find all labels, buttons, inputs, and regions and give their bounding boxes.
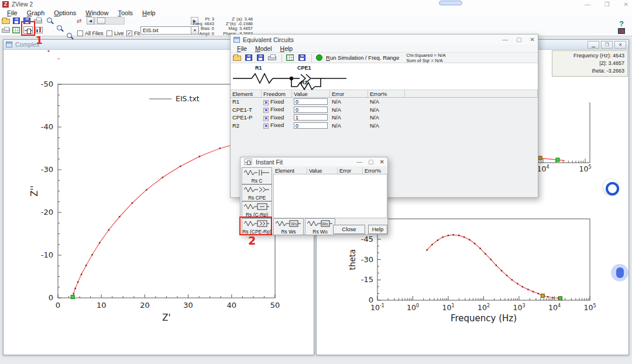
svg-text:0: 0 — [56, 301, 60, 310]
graph-setup-icon[interactable] — [35, 26, 44, 34]
freedom-cell[interactable]: ✕Fixed — [262, 98, 292, 105]
ec-table-header: Element Freedom Value Error Error% — [231, 90, 538, 98]
value-input[interactable]: 0 — [294, 98, 328, 105]
main-titlebar: Z ZView 2 — [0, 0, 632, 9]
ec-maximize-button[interactable]: ▢ — [516, 36, 521, 43]
model-button-rs-c-rp[interactable]: Rs (C-Rp) — [242, 201, 272, 218]
model-button-rs-c[interactable]: Rs C — [242, 167, 272, 184]
model-button-rs-cpe[interactable]: Rs CPE — [242, 184, 272, 201]
table-row: R2 ✕Fixed 0 N/A N/A — [231, 122, 538, 130]
point-scrollbar-thumb[interactable] — [97, 18, 105, 24]
menu-tools[interactable]: Tools — [113, 9, 138, 16]
select-point-icon[interactable] — [46, 17, 55, 25]
table-row: R1 ✕Fixed 0 N/A N/A — [231, 98, 538, 106]
svg-text:-30: -30 — [361, 255, 373, 264]
app-title: ZView 2 — [12, 1, 33, 8]
open-file-icon[interactable] — [2, 17, 11, 25]
model-button-rs-ws[interactable]: Ws Rs Ws — [273, 218, 304, 235]
impedance-readout: Z' (a): 3.48Z''(b): -0.1986 Mag: 3.4857P… — [215, 17, 253, 36]
swap-data-icon[interactable]: ⇄ — [77, 17, 86, 25]
svg-text:20: 20 — [140, 301, 150, 310]
point-readout: Pt: 3Freq: 4643 Bias: 0Ampl: 0 — [187, 17, 214, 36]
table-row: CPE1-P ✕Fixed 1 N/A N/A — [231, 114, 538, 122]
svg-text:105: 105 — [584, 303, 596, 312]
model-button-rs-wo[interactable]: Wo Rs Wo — [305, 218, 335, 235]
ec-save-model-icon[interactable] — [298, 54, 307, 61]
value-input[interactable]: 0 — [294, 107, 328, 113]
ec-titlebar[interactable]: Equivalent Circuits — ▢ ✕ — [231, 35, 538, 44]
menu-options[interactable]: Options — [49, 9, 81, 16]
minimize-button[interactable]: — — [585, 1, 590, 8]
ec-print-icon[interactable] — [268, 54, 277, 61]
floating-hand-overlay-icon[interactable] — [611, 264, 628, 281]
svg-text:Ws: Ws — [291, 222, 297, 226]
menu-help[interactable]: Help — [138, 9, 160, 16]
ec-toolbar: Run Simulation / Freq. Range Chi-Squared… — [231, 53, 538, 63]
circuit-element-r1[interactable]: R1 — [255, 65, 262, 71]
value-input[interactable]: 1 — [294, 114, 328, 121]
print-graph-icon[interactable] — [2, 26, 11, 34]
point-scroll-left-button[interactable]: ◀ — [87, 17, 94, 25]
svg-text:105: 105 — [579, 164, 592, 173]
context-help-icon[interactable] — [618, 28, 625, 34]
cursor-readout-tooltip: Frequency (Hz): 4643 |Z|: 3.4857 theta: … — [552, 50, 628, 77]
ec-export-icon[interactable] — [286, 54, 296, 61]
ec-save-as-icon[interactable] — [256, 54, 266, 61]
save-icon[interactable] — [12, 17, 22, 25]
svg-text:-20: -20 — [41, 208, 53, 217]
svg-text:10-1: 10-1 — [370, 303, 384, 312]
close-button[interactable]: ✕ — [624, 1, 628, 8]
freedom-cell[interactable]: ✕Fixed — [262, 122, 292, 129]
main-toolbar: ⇄ ◀ ▶ + − All Files Live ✓Fit EIS.txt ▼ … — [0, 16, 632, 36]
if-close-button[interactable]: ✕ — [380, 159, 384, 165]
if-minimize-button[interactable]: — — [356, 159, 362, 165]
svg-text:-15: -15 — [361, 275, 373, 284]
annotation-number-2: 2 — [248, 234, 256, 247]
circuit-diagram[interactable]: R1 CPE1 R2 — [231, 63, 538, 90]
bode-minimize-button[interactable]: ▁ — [588, 41, 599, 49]
annotation-box-step1 — [21, 21, 35, 36]
all-files-checkbox[interactable]: All Files — [77, 28, 104, 38]
select-range-icon[interactable] — [56, 25, 65, 32]
svg-text:Z': Z' — [162, 313, 170, 323]
print-icon[interactable] — [34, 17, 43, 25]
bode-restore-button[interactable]: ❐ — [601, 41, 613, 49]
if-maximize-button[interactable]: ▢ — [368, 159, 373, 165]
help-button-instant-fit[interactable]: Help — [368, 225, 387, 234]
floating-ring-overlay-icon[interactable] — [603, 180, 618, 194]
menu-graph[interactable]: Graph — [22, 9, 50, 16]
svg-text:104: 104 — [548, 303, 561, 312]
ec-save-icon[interactable] — [245, 54, 254, 61]
circuit-element-cpe1[interactable]: CPE1 — [297, 65, 311, 71]
freedom-cell[interactable]: ✕Fixed — [262, 106, 292, 113]
svg-text:-45: -45 — [361, 235, 373, 243]
ec-menu-model[interactable]: Model — [251, 45, 276, 52]
ec-close-button[interactable]: ✕ — [530, 36, 535, 43]
fit-checkbox[interactable]: ✓Fit — [126, 28, 140, 38]
ec-menu-file[interactable]: File — [233, 45, 251, 52]
if-titlebar[interactable]: Instant Fit — ▢ ✕ — [241, 157, 387, 166]
restore-button[interactable]: ❐ — [604, 1, 610, 8]
if-dialog-icon — [245, 159, 252, 164]
main-menubar: File Graph Options Window Tools Help — [0, 9, 632, 16]
ec-open-icon[interactable] — [233, 54, 242, 61]
svg-text:Z'': Z'' — [29, 186, 40, 197]
close-button-instant-fit[interactable]: Close — [333, 225, 365, 234]
svg-text:100: 100 — [407, 303, 419, 312]
value-input[interactable]: 0 — [294, 122, 328, 129]
data-table-icon[interactable] — [12, 26, 22, 34]
help-icon[interactable]: ? — [619, 19, 624, 28]
menu-file[interactable]: File — [2, 9, 22, 16]
menu-window[interactable]: Window — [81, 9, 113, 16]
zview-main-window: Z ZView 2 — ❐ ✕ File Graph Options Windo… — [0, 0, 632, 364]
ec-parameter-table: Element Freedom Value Error Error% R1 ✕F… — [231, 90, 538, 129]
circuit-element-r2[interactable]: R2 — [301, 80, 308, 85]
run-simulation-button[interactable]: Run Simulation / Freq. Range — [326, 54, 399, 61]
ec-minimize-button[interactable]: — — [502, 36, 508, 43]
ec-menu-help[interactable]: Help — [276, 45, 297, 52]
run-simulation-icon[interactable] — [316, 54, 322, 61]
freedom-cell[interactable]: ✕Fixed — [262, 114, 292, 121]
if-results-list[interactable] — [273, 174, 387, 218]
live-checkbox[interactable]: Live — [107, 28, 124, 38]
bode-close-button[interactable]: ✕ — [614, 41, 626, 49]
